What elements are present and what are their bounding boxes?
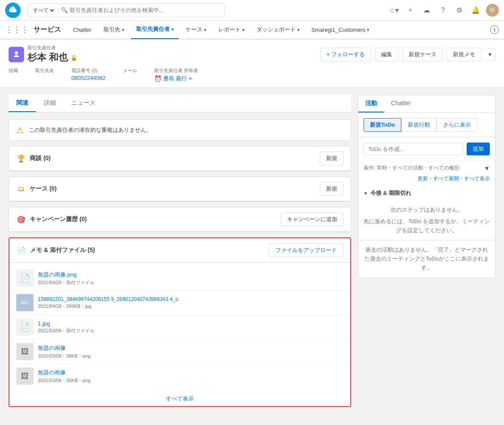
todo-input[interactable] [363, 143, 463, 155]
filter-icon[interactable]: ▼ [484, 165, 490, 172]
future-empty-state: 次のステップはありません。 先に進めるには、ToDo を追加するか、ミーティング… [358, 200, 495, 240]
tab-related[interactable]: 関連 [9, 95, 36, 112]
upload-file-button[interactable]: ファイルをアップロード [269, 243, 343, 257]
file-item: 🖼 無題の画像 2021/03/08・36KB・png [9, 340, 350, 364]
edit-button[interactable]: 編集 [375, 48, 399, 61]
right-tabs: 活動 Chatter [358, 95, 495, 113]
search-icon: 🔍 [61, 7, 68, 13]
nav-item-dashboards[interactable]: ダッシュボード ▾ [251, 20, 305, 39]
settings-icon[interactable]: ⚙ [453, 4, 465, 16]
file-thumbnail: IMG [16, 294, 34, 311]
expand-all-link[interactable]: 更新・すべて展開・すべて表示 [418, 176, 490, 182]
field-label-email: メール [123, 67, 137, 74]
app-name-label[interactable]: サービス [34, 25, 61, 34]
add-to-campaign-button[interactable]: キャンペーンに追加 [281, 212, 344, 226]
record-type-icon [9, 47, 24, 62]
alert-text: この取引先責任者の潜在的な重複はありません。 [29, 126, 152, 134]
file-meta: 2021/03/08・添付ファイル [38, 328, 343, 334]
field-phone: 電話番号 (2) 08052244082 [71, 67, 106, 81]
record-fields: 役職 取引先名 電話番号 (2) 08052244082 メール 取引先責任者 … [9, 67, 495, 82]
record-name: 杉本 和也 🔒 [27, 51, 77, 64]
add-todo-button[interactable]: 追加 [467, 143, 490, 155]
new-memo-button[interactable]: 新規メモ [446, 48, 482, 61]
file-name-link[interactable]: 無題の画像 [38, 344, 343, 352]
left-tabs: 関連 詳細 ニュース [9, 95, 351, 112]
help-icon[interactable]: ? [437, 4, 449, 16]
chevron-down-icon: ▼ [363, 191, 368, 196]
file-thumbnail: 🖼 [16, 367, 34, 385]
record-header: 取引先責任者 杉本 和也 🔒 + フォローする 編集 新規ケース 新規メモ ▾ … [0, 39, 504, 88]
app-launcher-icon[interactable]: ⋮⋮⋮ [5, 25, 28, 34]
document-icon: 📄 [20, 273, 30, 283]
nav-info-icon[interactable]: ℹ [490, 25, 499, 34]
tab-news[interactable]: ニュース [64, 95, 103, 112]
file-item: 🖼 無題の画像 2021/03/08・36KB・png [9, 364, 350, 388]
chevron-down-icon: ▾ [204, 27, 206, 32]
user-avatar[interactable]: 杉 [486, 4, 499, 17]
file-name-link[interactable]: 1.jpg [38, 320, 343, 327]
lock-icon: 🔒 [70, 55, 77, 61]
future-empty-title: 次のステップはありません。 [363, 206, 490, 215]
nav-item-contacts[interactable]: 取引先責任者 ▾ [131, 20, 179, 39]
search-input[interactable] [70, 7, 221, 13]
tab-activity[interactable]: 活動 [358, 95, 384, 112]
new-case-button[interactable]: 新規ケース [402, 48, 443, 61]
tab-chatter[interactable]: Chatter [384, 95, 418, 112]
field-value-phone[interactable]: 08052244082 [71, 75, 106, 81]
field-role: 役職 [9, 67, 18, 75]
opportunities-card: 🏆 商談 (0) 新規 [9, 146, 351, 171]
nav-item-accounts[interactable]: 取引先 ▾ [98, 20, 129, 39]
image-icon: IMG [21, 301, 29, 305]
nav-cases-label: ケース [186, 26, 202, 33]
file-info: 無題の画像 2021/03/08・36KB・png [38, 344, 343, 359]
file-name-link[interactable]: 159892201_384699744206155 9_268012040743… [38, 296, 343, 302]
new-todo-button[interactable]: 新規ToDo [363, 118, 401, 132]
past-empty-state: 過去の活動はありません。「完了」とマークされた過去のミーティングとToDoがここ… [358, 240, 495, 277]
new-activity-button[interactable]: 新規行動 [401, 118, 437, 132]
new-case-card-button[interactable]: 新規 [320, 182, 344, 196]
search-filter-dropdown[interactable]: すべて [31, 7, 55, 14]
file-name-link[interactable]: 無題の画像.png [38, 271, 343, 279]
cases-title-row: 🗂 ケース (0) [16, 184, 57, 194]
follow-button[interactable]: + フォローする [320, 48, 371, 61]
campaign-title-row: 🎯 キャンペーン履歴 (0) [16, 214, 87, 225]
show-more-button[interactable]: さらに表示 [437, 118, 477, 132]
nav-item-cases[interactable]: ケース ▾ [180, 20, 211, 39]
file-info: 1.jpg 2021/03/08・添付ファイル [38, 320, 343, 334]
notifications-icon[interactable]: 🔔 [470, 4, 482, 16]
nav-item-chatter[interactable]: Chatter [68, 20, 97, 39]
field-owner: 取引先責任者 所有者 ⏰ 桑島 義行 ✏ [154, 67, 198, 82]
file-meta: 2021/04/28・添付ファイル [38, 279, 343, 286]
field-value-owner[interactable]: ⏰ 桑島 義行 ✏ [154, 75, 198, 82]
owner-icon: ⏰ [154, 75, 162, 82]
memo-title-row: 📄 メモ & 添付ファイル (5) [16, 245, 95, 255]
search-divider [58, 7, 58, 14]
more-actions-dropdown[interactable]: ▾ [485, 48, 495, 61]
cases-icon: 🗂 [16, 184, 26, 194]
nav-item-smaregi[interactable]: Smaregi1_Customers ▾ [306, 20, 375, 39]
setup-cloud-icon[interactable]: ☁ [421, 4, 433, 16]
favorites-icon[interactable]: ☆▾ [388, 4, 400, 16]
show-all-files-button[interactable]: すべて表示 [9, 392, 350, 406]
add-icon[interactable]: ＋ [404, 4, 416, 16]
filter-row: 条件: 常時・すべての活動・すべての種別 ▼ [358, 161, 495, 175]
owner-edit-icon: ✏ [189, 76, 192, 82]
top-navigation: すべて 🔍 ☆▾ ＋ ☁ ? ⚙ 🔔 杉 [0, 0, 504, 21]
file-name-link[interactable]: 無題の画像 [38, 369, 343, 376]
future-section-header: ▼ 今後 & 期限切れ [358, 186, 495, 200]
chevron-down-icon: ▾ [122, 27, 124, 32]
opportunities-title-row: 🏆 商談 (0) [16, 153, 51, 164]
memo-files-card: 📄 メモ & 添付ファイル (5) ファイルをアップロード 📄 無題の画像.pn… [9, 237, 351, 407]
salesforce-logo[interactable] [5, 3, 21, 18]
field-email: メール [123, 67, 137, 75]
tab-detail[interactable]: 詳細 [36, 95, 64, 112]
nav-item-reports[interactable]: レポート ▾ [213, 20, 250, 39]
campaign-card-header: 🎯 キャンペーン履歴 (0) キャンペーンに追加 [9, 207, 351, 232]
campaign-title: キャンペーン履歴 (0) [30, 216, 87, 223]
left-panel: 関連 詳細 ニュース ⚠ この取引先責任者の潜在的な重複はありません。 🏆 商談… [9, 95, 351, 420]
alert-card-content: ⚠ この取引先責任者の潜在的な重複はありません。 [9, 120, 351, 140]
global-search-bar[interactable]: すべて 🔍 [27, 3, 225, 17]
header-actions: + フォローする 編集 新規ケース 新規メモ ▾ [320, 48, 495, 61]
field-account: 取引先名 [35, 67, 54, 75]
new-opportunity-button[interactable]: 新規 [320, 152, 344, 165]
